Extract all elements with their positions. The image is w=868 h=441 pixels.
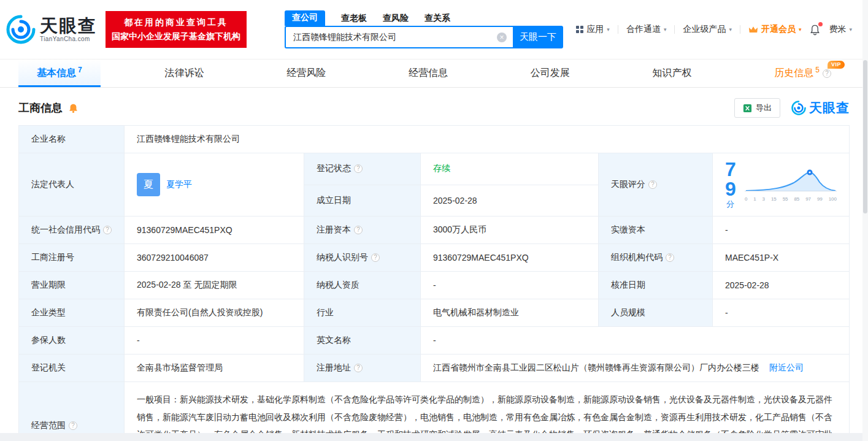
table-row: 法定代表人 夏 夏学平 登记状态 ? 存续 天眼评分 ? — [19, 153, 850, 185]
field-value-reg-authority: 全南县市场监督管理局 — [125, 355, 304, 382]
field-value-company-type: 有限责任公司(自然人投资或控股) — [125, 299, 304, 327]
tab-basic-info-count: 7 — [78, 66, 82, 74]
field-label-industry: 行业 — [304, 299, 421, 327]
excel-icon — [743, 104, 752, 113]
nav-partner-label: 合作通道 — [626, 24, 661, 35]
help-icon[interactable]: ? — [666, 253, 674, 262]
nav-divider — [740, 25, 740, 34]
tyc-score-label-text: 天眼评分 — [611, 179, 645, 190]
tab-operating-info[interactable]: 经营信息 — [390, 59, 466, 87]
help-icon[interactable]: ? — [371, 253, 380, 262]
field-value-english-name: - — [421, 327, 850, 355]
field-value-credit-code: 91360729MAEC451PXQ — [125, 217, 304, 244]
table-row: 企业名称 江西赣锋锂能技术有限公司 — [19, 126, 850, 153]
nav-apps[interactable]: 应用 ▾ — [576, 24, 610, 35]
table-row: 经营范围 ? 一般项目：新兴能源技术研发，基础化学原料制造（不含危险化学品等许可… — [19, 382, 850, 441]
field-label-taxpayer-id: 纳税人识别号 ? — [304, 244, 421, 272]
crown-icon — [748, 26, 758, 34]
chevron-down-icon: ▾ — [664, 26, 667, 33]
chevron-down-icon: ▾ — [849, 26, 852, 33]
search-tab-company[interactable]: 查公司 — [285, 10, 325, 26]
promo-line-2: 国家中小企业发展子基金旗下机构 — [112, 29, 240, 44]
monitor-bell-icon[interactable] — [68, 103, 79, 113]
tab-legal-litigation[interactable]: 法律诉讼 — [146, 59, 222, 87]
nav-partner-channel[interactable]: 合作通道 ▾ — [626, 24, 667, 35]
help-icon[interactable]: ? — [823, 69, 831, 78]
help-icon[interactable]: ? — [354, 364, 363, 372]
table-row: 参保人数 - 英文名称 - — [19, 327, 850, 355]
search-tabs: 查公司 查老板 查风险 查关系 — [285, 10, 563, 26]
search-input-box[interactable]: × — [285, 26, 513, 48]
top-nav: 应用 ▾ 合作通道 ▾ 企业级产品 ▾ 开通会员 ▾ — [576, 24, 852, 36]
help-icon[interactable]: ? — [69, 421, 77, 430]
score-axis-ticks: 0131555859799100 — [745, 196, 837, 202]
score-value: 79 — [725, 158, 736, 200]
field-value-staff-size: - — [713, 299, 850, 327]
tab-operating-risk-label: 经营风险 — [286, 67, 326, 80]
brand-domain: TianYanCha.com — [40, 36, 97, 42]
field-label-credit-code: 统一社会信用代码 ? — [19, 217, 125, 244]
section-header: 工商信息 导出 天眼查 — [18, 98, 850, 118]
field-value-business-term: 2025-02-28 至 无固定期限 — [125, 272, 304, 299]
field-value-tyc-score: 79分 0131555859799100 — [713, 153, 850, 217]
search-tab-risk[interactable]: 查风险 — [383, 13, 409, 26]
scrollbar[interactable] — [862, 0, 868, 441]
notification-bell[interactable] — [809, 24, 821, 36]
section-title: 工商信息 — [18, 101, 63, 115]
table-row: 工商注册号 360729210046087 纳税人识别号 ? 91360729M… — [19, 244, 850, 272]
apps-grid-icon — [576, 26, 583, 33]
clear-icon[interactable]: × — [497, 33, 507, 42]
field-value-reg-address: 江西省赣州市全南县工业园二区松山片（赣州赣锋再生资源有限公司）厂内办公楼三楼 附… — [421, 355, 850, 382]
nav-enterprise-products[interactable]: 企业级产品 ▾ — [683, 24, 732, 35]
field-label-reg-authority: 登记机关 — [19, 355, 125, 382]
nav-username: 费米 — [829, 24, 846, 35]
help-icon[interactable]: ? — [354, 164, 363, 173]
field-label-reg-capital: 注册资本 ? — [304, 217, 421, 244]
nav-user[interactable]: 费米 ▾ — [829, 24, 852, 35]
help-icon[interactable]: ? — [648, 180, 657, 189]
nav-divider — [618, 25, 618, 34]
scrollbar-thumb[interactable] — [863, 60, 867, 213]
table-row: 营业期限 2025-02-28 至 无固定期限 纳税人资质 - 核准日期 202… — [19, 272, 850, 299]
nav-divider — [674, 25, 675, 34]
chevron-down-icon: ▾ — [607, 26, 610, 33]
field-value-reg-number: 360729210046087 — [125, 244, 304, 272]
notification-dot — [818, 22, 823, 26]
business-scope-label-text: 经营范围 — [31, 420, 66, 431]
tab-history-info[interactable]: VIP 历史信息 5 ? — [756, 59, 850, 87]
nav-enterprise-label: 企业级产品 — [683, 24, 726, 35]
chevron-down-icon: ▾ — [799, 26, 802, 33]
nav-open-vip[interactable]: 开通会员 ▾ — [748, 24, 802, 35]
table-row: 统一社会信用代码 ? 91360729MAEC451PXQ 注册资本 ? 300… — [19, 217, 850, 244]
nearby-companies-link[interactable]: 附近公司 — [769, 362, 804, 372]
field-label-company-name: 企业名称 — [19, 126, 125, 153]
tab-company-development[interactable]: 公司发展 — [512, 59, 588, 87]
search-input[interactable] — [293, 33, 497, 42]
help-icon[interactable]: ? — [103, 226, 112, 234]
field-label-staff-size: 人员规模 — [599, 299, 713, 327]
tab-operating-risk[interactable]: 经营风险 — [268, 59, 344, 87]
promo-line-1: 都在用的商业查询工具 — [112, 15, 240, 29]
tab-intellectual-property[interactable]: 知识产权 — [634, 59, 710, 87]
search-tab-boss[interactable]: 查老板 — [341, 13, 367, 26]
score-unit: 分 — [726, 199, 734, 209]
tab-legal-litigation-label: 法律诉讼 — [164, 67, 204, 80]
field-value-industry: 电气机械和器材制造业 — [421, 299, 599, 327]
field-value-business-scope: 一般项目：新兴能源技术研发，基础化学原料制造（不含危险化学品等许可类化学品的制造… — [125, 382, 850, 441]
field-value-org-code: MAEC451P-X — [713, 244, 850, 272]
search-tab-relation[interactable]: 查关系 — [424, 13, 450, 26]
business-info-table: 企业名称 江西赣锋锂能技术有限公司 法定代表人 夏 夏学平 登记状态 ? 存续 — [18, 125, 850, 441]
search-bar: × 天眼一下 — [285, 26, 563, 48]
page-footer-strip — [0, 433, 868, 441]
tianyancha-logo-icon — [6, 15, 36, 44]
export-button[interactable]: 导出 — [734, 98, 780, 118]
help-icon[interactable]: ? — [354, 226, 363, 234]
search-button[interactable]: 天眼一下 — [513, 26, 563, 48]
tab-basic-info[interactable]: 基本信息 7 — [18, 59, 101, 87]
legal-rep-avatar[interactable]: 夏 — [137, 173, 160, 196]
reg-address-label-text: 注册地址 — [317, 362, 351, 374]
field-label-reg-status: 登记状态 ? — [304, 153, 421, 185]
tianyancha-logo[interactable]: 天眼查 TianYanCha.com — [6, 15, 97, 44]
legal-rep-link[interactable]: 夏学平 — [166, 179, 192, 190]
vip-badge: VIP — [828, 61, 845, 69]
